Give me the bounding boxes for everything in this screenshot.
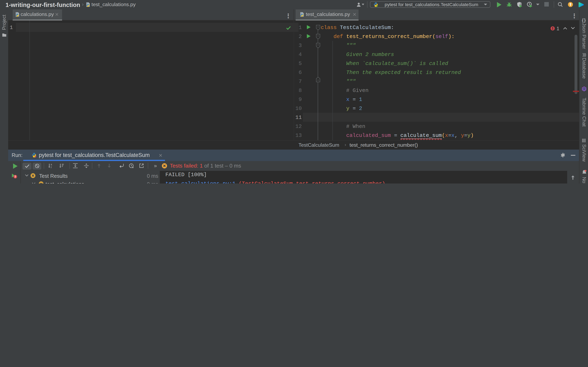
svg-text:a: a	[51, 163, 52, 166]
svg-text:z: z	[51, 166, 52, 168]
